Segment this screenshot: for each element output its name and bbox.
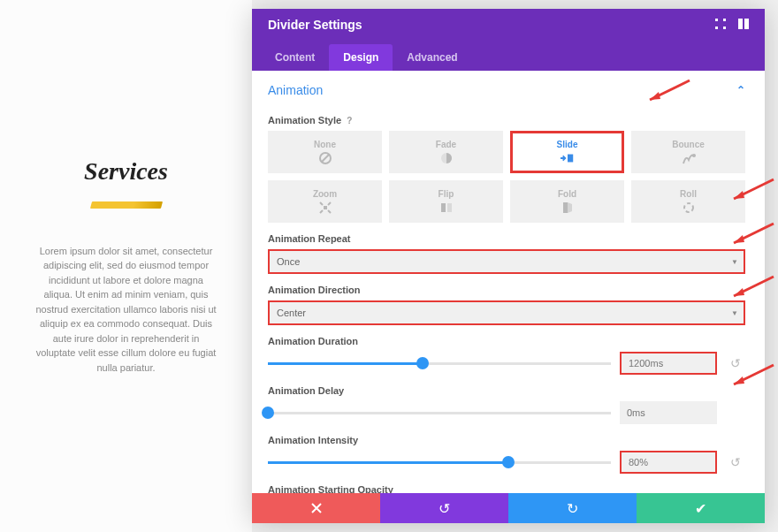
animation-intensity-input[interactable] (620, 451, 717, 474)
zoom-icon (318, 201, 332, 214)
reset-duration-button[interactable]: ↺ (726, 353, 745, 373)
style-tile-label: Fold (558, 189, 576, 199)
style-tile-label: Flip (439, 189, 454, 199)
label-animation-repeat: Animation Repeat (268, 233, 745, 244)
panel-tabs: Content Design Advanced (252, 41, 765, 71)
undo-button[interactable]: ↺ (380, 493, 508, 523)
svg-rect-3 (723, 27, 726, 29)
animation-delay-row (268, 401, 745, 424)
svg-rect-12 (441, 203, 446, 212)
style-tile-label: None (314, 140, 336, 149)
svg-point-14 (684, 203, 693, 212)
preview-heading: Services (84, 157, 168, 186)
animation-style-grid: NoneFadeSlideBounceZoomFlipFoldRoll (268, 131, 745, 223)
svg-line-7 (322, 155, 329, 162)
panel-title: Divider Settings (268, 18, 362, 32)
expand-icon[interactable] (715, 17, 726, 33)
chevron-up-icon: ⌃ (736, 84, 745, 96)
label-animation-intensity: Animation Intensity (268, 435, 745, 445)
tab-design[interactable]: Design (329, 44, 393, 71)
svg-rect-4 (738, 19, 743, 29)
save-button[interactable]: ✔ (637, 493, 765, 523)
svg-point-10 (692, 154, 696, 157)
svg-rect-0 (715, 19, 718, 21)
animation-delay-slider[interactable] (268, 405, 611, 421)
section-name: Animation (268, 83, 323, 97)
animation-delay-input[interactable] (620, 401, 717, 424)
bounce-icon (682, 152, 696, 164)
svg-rect-1 (723, 19, 726, 21)
style-tile-bounce[interactable]: Bounce (631, 131, 745, 173)
cancel-button[interactable] (252, 493, 380, 523)
svg-rect-13 (447, 203, 452, 212)
animation-duration-slider[interactable] (268, 355, 611, 371)
label-animation-start-opacity: Animation Starting Opacity (268, 484, 745, 493)
none-icon (318, 152, 332, 164)
label-animation-duration: Animation Duration (268, 336, 745, 346)
svg-rect-2 (715, 27, 718, 29)
style-tile-flip[interactable]: Flip (389, 180, 503, 223)
label-animation-delay: Animation Delay (268, 385, 745, 396)
style-tile-fade[interactable]: Fade (389, 131, 503, 173)
page-preview: Services Lorem ipsum dolor sit amet, con… (0, 0, 252, 532)
animation-intensity-row: ↺ (268, 451, 745, 474)
roll-icon (682, 201, 696, 214)
style-tile-roll[interactable]: Roll (631, 180, 745, 223)
tab-advanced[interactable]: Advanced (393, 44, 471, 71)
panel-header-icons (715, 17, 749, 33)
label-animation-style: Animation Style ? (268, 115, 745, 125)
panel-footer: ↺ ↻ ✔ (252, 493, 765, 523)
style-tile-label: Fade (436, 140, 456, 149)
columns-icon[interactable] (738, 17, 749, 33)
tab-content[interactable]: Content (261, 44, 329, 71)
svg-rect-11 (324, 206, 327, 209)
style-tile-slide[interactable]: Slide (510, 131, 624, 173)
preview-divider (89, 201, 162, 209)
redo-button[interactable]: ↻ (508, 493, 637, 523)
style-tile-fold[interactable]: Fold (510, 180, 624, 223)
panel-body: Animation ⌃ Animation Style ? NoneFadeSl… (252, 71, 765, 493)
style-tile-zoom[interactable]: Zoom (268, 180, 382, 223)
animation-direction-select-wrap: Center (268, 300, 745, 325)
animation-duration-row: ↺ (268, 352, 745, 375)
style-tile-label: Bounce (672, 140, 705, 149)
flip-icon (439, 201, 454, 214)
animation-direction-select[interactable]: Center (268, 300, 745, 325)
svg-rect-9 (568, 155, 573, 163)
animation-repeat-select-wrap: Once (268, 249, 745, 274)
fold-icon (561, 201, 575, 214)
animation-duration-input[interactable] (620, 352, 717, 375)
label-animation-direction: Animation Direction (268, 285, 745, 295)
style-tile-label: Zoom (313, 189, 337, 199)
slide-icon (561, 152, 575, 164)
fade-icon (439, 152, 454, 164)
style-tile-none[interactable]: None (268, 131, 382, 173)
style-tile-label: Slide (557, 140, 578, 149)
svg-rect-5 (744, 19, 749, 29)
animation-intensity-slider[interactable] (268, 454, 611, 470)
animation-repeat-select[interactable]: Once (268, 249, 745, 274)
reset-intensity-button[interactable]: ↺ (726, 452, 745, 472)
help-icon[interactable]: ? (347, 116, 352, 125)
settings-panel: Divider Settings Content Design Advanced… (252, 9, 765, 523)
preview-body: Lorem ipsum dolor sit amet, consectetur … (35, 244, 217, 376)
style-tile-label: Roll (680, 189, 697, 199)
section-header[interactable]: Animation ⌃ (268, 80, 745, 104)
panel-header: Divider Settings (252, 9, 765, 41)
